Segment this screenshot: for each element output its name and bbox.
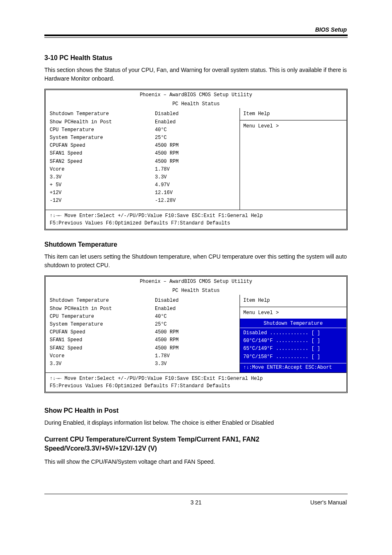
bios-row-value: 12.16V <box>155 190 235 196</box>
bios-row[interactable]: +12V12.16V <box>50 190 235 196</box>
bios-row-label: Show PCHealth in Post <box>50 119 152 125</box>
popup-option[interactable]: 60°C/140°F ........... [ ] <box>243 338 343 344</box>
bios-row-value: Disabled <box>155 297 235 304</box>
bios-row-label: + 5V <box>50 182 152 188</box>
section-3: Show PC Health in Post During Enabled, i… <box>44 407 348 433</box>
bios-row[interactable]: Show PCHealth in PostEnabled <box>50 305 235 312</box>
bios-row[interactable]: CPUFAN Speed4500 RPM <box>50 142 235 149</box>
bios2-left-pane: Shutdown TemperatureDisabledShow PCHealt… <box>46 295 240 372</box>
section2-sub: This item can let users setting the Shut… <box>44 252 348 270</box>
bios1-subtitle: PC Health Status <box>46 99 346 108</box>
bios-row-value: 4500 RPM <box>155 158 235 165</box>
footer-rule <box>44 494 348 494</box>
section3-sub: During Enabled, it displays information … <box>44 419 348 427</box>
bios-row[interactable]: SFAN1 Speed4500 RPM <box>50 150 235 157</box>
bios-row-value: 40°C <box>155 127 235 133</box>
bios1-left-pane: Shutdown TemperatureDisabledShow PCHealt… <box>46 108 240 209</box>
popup-option[interactable]: 70°C/158°F ........... [ ] <box>243 354 343 360</box>
popup-title: Shutdown Temperature <box>240 319 346 328</box>
bios-row-label: SFAN2 Speed <box>50 158 152 165</box>
section-4: Current CPU Temperature/Current System T… <box>44 435 348 472</box>
popup-body: Disabled ............. [ ]60°C/140°F ...… <box>240 328 346 363</box>
bios-row-label: Vcore <box>50 353 152 359</box>
bios2-right-body: Menu Level > <box>240 307 346 319</box>
bios-row-label: CPU Temperature <box>50 127 152 133</box>
bios1-title: Phoenix – AwardBIOS CMOS Setup Utility <box>46 90 346 99</box>
bios-row-value: 3.3V <box>155 174 235 180</box>
bios-row-label: SFAN2 Speed <box>50 345 152 352</box>
bios-row[interactable]: Vcore1.78V <box>50 166 235 173</box>
bios-row-value: 4500 RPM <box>155 345 235 352</box>
bios2-title: Phoenix – AwardBIOS CMOS Setup Utility <box>46 277 346 286</box>
bios-row-label: SFAN1 Speed <box>50 337 152 343</box>
bios-row-label: -12V <box>50 197 152 204</box>
bios-row-label: CPU Temperature <box>50 313 152 320</box>
popup-option[interactable]: Disabled ............. [ ] <box>243 330 343 336</box>
bios-row[interactable]: Show PCHealth in PostEnabled <box>50 119 235 125</box>
bios-row-value: 4500 RPM <box>155 329 235 335</box>
section4-title: Current CPU Temperature/Current System T… <box>44 435 348 453</box>
bios-row-label: Shutdown Temperature <box>50 111 152 117</box>
section1-title: 3-10 PC Health Status <box>44 54 348 62</box>
bios1-foot1: ↑↓→← Move Enter:Select +/-/PU/PD:Value F… <box>46 210 346 220</box>
bios-row-value: 25°C <box>155 321 235 328</box>
bios-row-label: Shutdown Temperature <box>50 297 152 304</box>
bios-row-value: 4500 RPM <box>155 142 235 149</box>
bios2-subtitle: PC Health Status <box>46 286 346 295</box>
bios-row-label: System Temperature <box>50 321 152 328</box>
bios-row-label: CPUFAN Speed <box>50 142 152 149</box>
bios-row[interactable]: CPUFAN Speed4500 RPM <box>50 329 235 335</box>
footer-page: 3 21 <box>0 499 392 506</box>
bios-row[interactable]: CPU Temperature40°C <box>50 127 235 133</box>
bios2-foot2: F5:Previous Values F6:Optimized Defaults… <box>46 383 346 392</box>
bios-row[interactable]: SFAN1 Speed4500 RPM <box>50 337 235 343</box>
bios-row-value: 4.97V <box>155 182 235 188</box>
bios-row-value: 4500 RPM <box>155 150 235 157</box>
bios-row[interactable]: SFAN2 Speed4500 RPM <box>50 158 235 165</box>
bios-row-value: 1.78V <box>155 166 235 173</box>
bios-window-1: Phoenix – AwardBIOS CMOS Setup Utility P… <box>44 89 348 230</box>
bios-row-value: Enabled <box>155 305 235 312</box>
bios2-right-title: Item Help <box>240 295 346 307</box>
bios-row-value: 1.78V <box>155 353 235 359</box>
shutdown-temp-popup[interactable]: Shutdown Temperature Disabled ..........… <box>240 319 346 372</box>
bios-row-label: Show PCHealth in Post <box>50 305 152 312</box>
bios-row-label: 3.3V <box>50 361 152 367</box>
bios-row-label: CPUFAN Speed <box>50 329 152 335</box>
bios-row[interactable]: + 5V4.97V <box>50 182 235 188</box>
bios-row[interactable]: Shutdown TemperatureDisabled <box>50 111 235 117</box>
bios-row[interactable]: SFAN2 Speed4500 RPM <box>50 345 235 352</box>
bios2-foot1: ↑↓→← Move Enter:Select +/-/PU/PD:Value F… <box>46 373 346 383</box>
bios-row-value: 40°C <box>155 313 235 320</box>
bios-window-2: Phoenix – AwardBIOS CMOS Setup Utility P… <box>44 275 348 393</box>
bios-row-value: Enabled <box>155 119 235 125</box>
bios-row[interactable]: System Temperature25°C <box>50 321 235 328</box>
bios1-foot2: F5:Previous Values F6:Optimized Defaults… <box>46 220 346 229</box>
section-2: Shutdown Temperature This item can let u… <box>44 241 348 393</box>
section-1: 3-10 PC Health Status This section shows… <box>44 54 348 230</box>
page-header-text: BIOS Setup <box>315 26 347 33</box>
bios-row-value: Disabled <box>155 111 235 117</box>
bios1-right-title: Item Help <box>240 108 346 120</box>
section4-sub: This will show the CPU/FAN/System voltag… <box>44 458 348 466</box>
bios-row[interactable]: 3.3V3.3V <box>50 361 235 367</box>
bios-row-label: 3.3V <box>50 174 152 180</box>
section1-sub: This section shows the Status of your CP… <box>44 66 348 83</box>
bios-row-value: 25°C <box>155 134 235 141</box>
bios-row-label: System Temperature <box>50 134 152 141</box>
bios-row[interactable]: System Temperature25°C <box>50 134 235 141</box>
bios-row[interactable]: Shutdown TemperatureDisabled <box>50 297 235 304</box>
bios-row-label: SFAN1 Speed <box>50 150 152 157</box>
bios-row[interactable]: -12V-12.28V <box>50 197 235 204</box>
popup-option[interactable]: 65°C/149°F ........... [ ] <box>243 345 343 352</box>
bios-row[interactable]: Vcore1.78V <box>50 353 235 359</box>
bios-row-label: +12V <box>50 190 152 196</box>
bios-row[interactable]: CPU Temperature40°C <box>50 313 235 320</box>
bios-row[interactable]: 3.3V3.3V <box>50 174 235 180</box>
bios1-right-body: Menu Level > <box>240 120 346 210</box>
bios-row-value: -12.28V <box>155 197 235 204</box>
section3-title: Show PC Health in Post <box>44 407 348 414</box>
bios-row-value: 3.3V <box>155 361 235 367</box>
header-rule <box>44 35 348 38</box>
popup-foot: ↑↓:Move ENTER:Accept ESC:Abort <box>240 363 346 372</box>
